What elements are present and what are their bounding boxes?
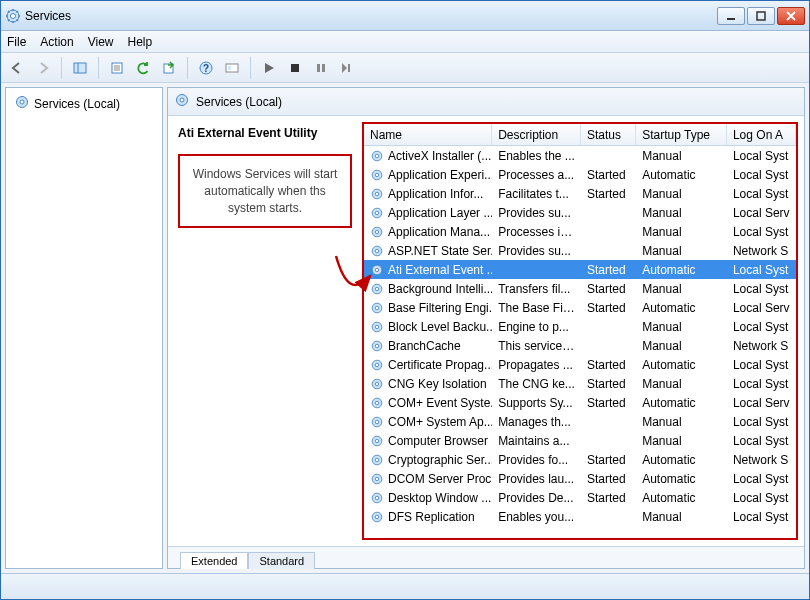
service-row[interactable]: Base Filtering Engi...The Base Fil...Sta… (364, 298, 796, 317)
service-name: Cryptographic Ser... (388, 453, 492, 467)
service-startup: Automatic (636, 358, 727, 372)
menu-view[interactable]: View (88, 35, 114, 49)
svg-point-62 (375, 515, 379, 519)
right-header: Services (Local) (168, 88, 804, 116)
stop-service-button[interactable] (283, 56, 307, 80)
svg-point-38 (375, 287, 379, 291)
service-row[interactable]: ActiveX Installer (...Enables the ...Man… (364, 146, 796, 165)
tab-standard[interactable]: Standard (248, 552, 315, 569)
tree-root[interactable]: Services (Local) (10, 92, 158, 115)
service-row[interactable]: Ati External Event ...StartedAutomaticLo… (364, 260, 796, 279)
svg-point-28 (375, 192, 379, 196)
col-name[interactable]: Name (364, 124, 492, 145)
svg-rect-17 (322, 64, 325, 72)
service-row[interactable]: COM+ System Ap...Manages th...ManualLoca… (364, 412, 796, 431)
svg-point-60 (375, 496, 379, 500)
maximize-button[interactable] (747, 7, 775, 25)
service-desc: Provides fo... (492, 453, 581, 467)
service-logon: Local Syst (727, 225, 796, 239)
service-row[interactable]: Application Layer ...Provides su...Manua… (364, 203, 796, 222)
service-startup: Manual (636, 282, 727, 296)
service-startup: Automatic (636, 168, 727, 182)
service-logon: Local Syst (727, 434, 796, 448)
service-startup: Automatic (636, 263, 727, 277)
menu-help[interactable]: Help (128, 35, 153, 49)
col-startup[interactable]: Startup Type (636, 124, 727, 145)
service-desc: Supports Sy... (492, 396, 581, 410)
service-row[interactable]: Computer BrowserMaintains a...ManualLoca… (364, 431, 796, 450)
service-logon: Network S (727, 244, 796, 258)
service-desc: The Base Fil... (492, 301, 581, 315)
service-row[interactable]: Cryptographic Ser...Provides fo...Starte… (364, 450, 796, 469)
gear-icon (370, 168, 384, 182)
service-name: Application Infor... (388, 187, 483, 201)
service-row[interactable]: Certificate Propag...Propagates ...Start… (364, 355, 796, 374)
svg-rect-14 (228, 66, 231, 70)
service-startup: Automatic (636, 301, 727, 315)
help-button[interactable]: ? (194, 56, 218, 80)
forward-button[interactable] (31, 56, 55, 80)
service-status: Started (581, 263, 636, 277)
service-row[interactable]: Application Infor...Facilitates t...Star… (364, 184, 796, 203)
service-row[interactable]: Background Intelli...Transfers fil...Sta… (364, 279, 796, 298)
svg-point-52 (375, 420, 379, 424)
col-status[interactable]: Status (581, 124, 636, 145)
right-pane: Services (Local) Ati External Event Util… (167, 87, 805, 569)
start-service-button[interactable] (257, 56, 281, 80)
svg-rect-4 (74, 63, 86, 73)
service-logon: Network S (727, 453, 796, 467)
service-row[interactable]: Application Mana...Processes in...Manual… (364, 222, 796, 241)
service-desc: Provides De... (492, 491, 581, 505)
svg-point-30 (375, 211, 379, 215)
service-desc: Enables you... (492, 510, 581, 524)
services-window: Services File Action View Help ? (0, 0, 810, 600)
col-desc[interactable]: Description (492, 124, 581, 145)
show-hide-tree-button[interactable] (68, 56, 92, 80)
menu-action[interactable]: Action (40, 35, 73, 49)
close-button[interactable] (777, 7, 805, 25)
service-row[interactable]: BranchCacheThis service ...ManualNetwork… (364, 336, 796, 355)
col-logon[interactable]: Log On A (727, 124, 796, 145)
gear-icon (370, 358, 384, 372)
console-button[interactable] (220, 56, 244, 80)
menu-file[interactable]: File (7, 35, 26, 49)
service-logon: Local Syst (727, 263, 796, 277)
service-row[interactable]: COM+ Event Syste...Supports Sy...Started… (364, 393, 796, 412)
service-startup: Manual (636, 339, 727, 353)
svg-point-34 (375, 249, 379, 253)
service-row[interactable]: DCOM Server Proc...Provides lau...Starte… (364, 469, 796, 488)
svg-point-46 (375, 363, 379, 367)
back-button[interactable] (5, 56, 29, 80)
service-row[interactable]: ASP.NET State Ser...Provides su...Manual… (364, 241, 796, 260)
service-logon: Local Syst (727, 187, 796, 201)
service-name: ASP.NET State Ser... (388, 244, 492, 258)
service-listview[interactable]: Name Description Status Startup Type Log… (364, 124, 796, 538)
service-row[interactable]: Application Experi...Processes a...Start… (364, 165, 796, 184)
service-row[interactable]: Desktop Window ...Provides De...StartedA… (364, 488, 796, 507)
pause-service-button[interactable] (309, 56, 333, 80)
properties-button[interactable] (105, 56, 129, 80)
service-rows[interactable]: ActiveX Installer (...Enables the ...Man… (364, 146, 796, 538)
svg-point-36 (375, 268, 379, 272)
service-logon: Local Serv (727, 396, 796, 410)
restart-service-button[interactable] (335, 56, 359, 80)
menubar: File Action View Help (1, 31, 809, 53)
service-desc: Maintains a... (492, 434, 581, 448)
service-row[interactable]: Block Level Backu...Engine to p...Manual… (364, 317, 796, 336)
export-button[interactable] (157, 56, 181, 80)
titlebar: Services (1, 1, 809, 31)
minimize-button[interactable] (717, 7, 745, 25)
refresh-button[interactable] (131, 56, 155, 80)
service-logon: Local Syst (727, 415, 796, 429)
service-row[interactable]: CNG Key IsolationThe CNG ke...StartedMan… (364, 374, 796, 393)
tree-root-label: Services (Local) (34, 97, 120, 111)
tab-extended[interactable]: Extended (180, 552, 248, 569)
service-status: Started (581, 453, 636, 467)
svg-text:?: ? (203, 63, 209, 74)
service-row[interactable]: DFS ReplicationEnables you...ManualLocal… (364, 507, 796, 526)
svg-point-56 (375, 458, 379, 462)
service-logon: Local Serv (727, 301, 796, 315)
service-startup: Manual (636, 206, 727, 220)
service-name: COM+ System Ap... (388, 415, 492, 429)
column-headers[interactable]: Name Description Status Startup Type Log… (364, 124, 796, 146)
